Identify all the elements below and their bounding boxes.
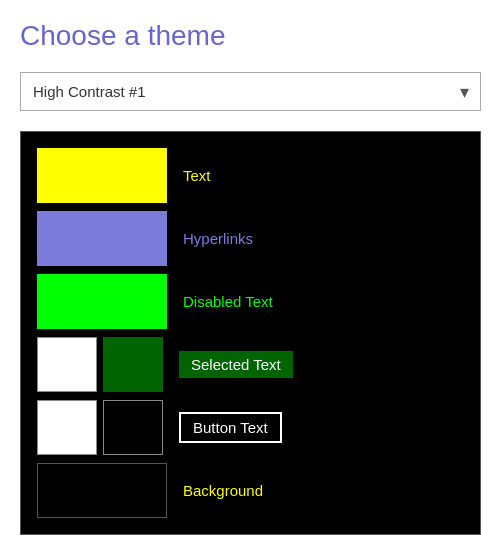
theme-preview-panel: Text Hyperlinks Disabled Text Selected T… (20, 131, 481, 535)
theme-select-container: High Contrast #1 High Contrast #2 High C… (20, 72, 481, 111)
selected-text-row: Selected Text (37, 337, 464, 392)
selected-text-swatches (37, 337, 163, 392)
button-text-swatch-2 (103, 400, 163, 455)
button-text-row: Button Text (37, 400, 464, 455)
button-text-badge: Button Text (179, 412, 282, 443)
page-title: Choose a theme (20, 20, 481, 52)
selected-text-badge: Selected Text (179, 351, 293, 378)
theme-select[interactable]: High Contrast #1 High Contrast #2 High C… (20, 72, 481, 111)
selected-text-swatch-2 (103, 337, 163, 392)
text-label: Text (183, 167, 211, 184)
disabled-text-label: Disabled Text (183, 293, 273, 310)
text-row: Text (37, 148, 464, 203)
background-swatch (37, 463, 167, 518)
disabled-text-row: Disabled Text (37, 274, 464, 329)
text-swatch (37, 148, 167, 203)
background-label: Background (183, 482, 263, 499)
hyperlinks-swatch (37, 211, 167, 266)
button-text-swatches (37, 400, 163, 455)
background-row: Background (37, 463, 464, 518)
disabled-text-swatch (37, 274, 167, 329)
selected-text-swatch-1 (37, 337, 97, 392)
hyperlinks-row: Hyperlinks (37, 211, 464, 266)
hyperlinks-label: Hyperlinks (183, 230, 253, 247)
button-text-swatch-1 (37, 400, 97, 455)
